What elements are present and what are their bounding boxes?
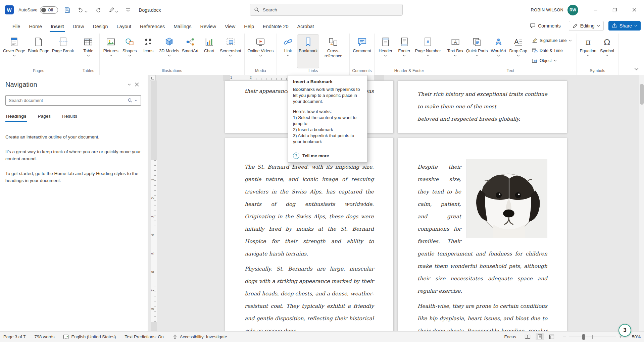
print-layout-button[interactable] bbox=[536, 333, 544, 340]
zoom-out-icon[interactable] bbox=[563, 335, 566, 339]
tab-draw[interactable]: Draw bbox=[68, 21, 89, 33]
redo-button[interactable] bbox=[94, 6, 103, 14]
chevron-down-icon bbox=[115, 11, 118, 13]
cover-page-button[interactable]: Cover Page bbox=[2, 35, 27, 68]
zoom-slider[interactable] bbox=[569, 337, 616, 337]
search-input[interactable]: Search bbox=[250, 4, 403, 16]
share-icon bbox=[612, 23, 617, 28]
tab-references[interactable]: References bbox=[136, 21, 169, 33]
accessibility-status[interactable]: Accessibility: Investigate bbox=[172, 334, 227, 339]
tab-home[interactable]: Home bbox=[24, 21, 46, 33]
chevron-down-icon bbox=[569, 40, 572, 42]
comment-button[interactable]: Comment bbox=[351, 35, 372, 68]
tab-review[interactable]: Review bbox=[196, 21, 220, 33]
vertical-scrollbar[interactable] bbox=[639, 75, 644, 331]
close-pane-button[interactable] bbox=[133, 80, 141, 89]
shapes-button[interactable]: Shapes bbox=[120, 35, 139, 68]
document-canvas[interactable]: 1 2 1 2 3 4 5 6 7 8 their appearance, th… bbox=[148, 75, 644, 331]
pane-options-button[interactable] bbox=[126, 81, 133, 88]
comments-button[interactable]: Comments bbox=[527, 21, 564, 31]
screenshot-button[interactable]: Screenshot bbox=[218, 35, 242, 68]
page-indicator[interactable]: Page 3 of 7 bbox=[3, 334, 26, 339]
zoom-percentage[interactable]: 50% bbox=[629, 334, 641, 339]
tab-file[interactable]: File bbox=[8, 21, 24, 33]
bookmark-button[interactable]: Bookmark bbox=[297, 35, 319, 68]
undo-button[interactable] bbox=[76, 6, 89, 14]
page-break-button[interactable]: Page Break bbox=[51, 35, 75, 68]
group-header-footer: Header Footer # Page Number Header & Foo… bbox=[375, 34, 444, 75]
tab-layout[interactable]: Layout bbox=[112, 21, 136, 33]
tab-help[interactable]: Help bbox=[240, 21, 258, 33]
focus-mode-button[interactable]: Focus bbox=[504, 334, 516, 339]
wordart-button[interactable]: A WordArt bbox=[489, 35, 508, 68]
footer-button[interactable]: Footer bbox=[395, 35, 414, 68]
cross-reference-button[interactable]: Cross-reference bbox=[319, 35, 348, 68]
page-3[interactable]: The St. Bernard breed, with its imposing… bbox=[225, 138, 394, 331]
table-button[interactable]: Table bbox=[79, 35, 98, 68]
user-name[interactable]: ROBIN WILSON bbox=[531, 8, 563, 12]
wordart-icon: A bbox=[496, 37, 501, 47]
quick-parts-button[interactable]: Quick Parts bbox=[465, 35, 489, 68]
tab-insert[interactable]: Insert bbox=[46, 21, 68, 33]
pictures-button[interactable]: Pictures bbox=[101, 35, 120, 68]
page-4[interactable]: Despite their massive size, they tend to… bbox=[398, 138, 567, 331]
horizontal-ruler-fragment[interactable] bbox=[367, 75, 384, 81]
chevron-down-icon bbox=[287, 55, 290, 57]
symbol-button[interactable]: Ω Symbol bbox=[598, 35, 616, 68]
nav-tab-results[interactable]: Results bbox=[61, 114, 78, 122]
blank-page-button[interactable]: Blank Page bbox=[27, 35, 51, 68]
nav-tab-pages[interactable]: Pages bbox=[37, 114, 51, 122]
page-break-icon bbox=[58, 37, 68, 47]
previous-page-partial[interactable]: Their rich history and exceptional trait… bbox=[398, 80, 567, 133]
chart-button[interactable]: Chart bbox=[200, 35, 218, 68]
header-button[interactable]: Header bbox=[376, 35, 395, 68]
pen-tool-button[interactable] bbox=[107, 6, 119, 14]
tab-stop-selector[interactable] bbox=[150, 75, 156, 81]
close-button[interactable] bbox=[625, 0, 644, 20]
text-predictions[interactable]: Text Predictions: On bbox=[125, 334, 163, 339]
autosave-toggle[interactable]: Off bbox=[40, 6, 58, 14]
tab-mailings[interactable]: Mailings bbox=[169, 21, 196, 33]
tab-acrobat[interactable]: Acrobat bbox=[293, 21, 318, 33]
bookmark-tooltip: Insert a Bookmark Bookmarks work with hy… bbox=[288, 75, 367, 163]
read-mode-button[interactable] bbox=[523, 334, 532, 340]
restore-button[interactable] bbox=[605, 0, 625, 20]
customize-qat-button[interactable] bbox=[124, 6, 132, 14]
smartart-button[interactable]: SmartArt bbox=[181, 35, 200, 68]
page4-paragraph: Health-wise, they are prone to certain c… bbox=[417, 300, 547, 331]
navigation-title: Navigation bbox=[5, 81, 126, 89]
scrollbar-thumb[interactable] bbox=[640, 84, 644, 105]
tab-endnote[interactable]: EndNote 20 bbox=[258, 21, 293, 33]
link-button[interactable]: Link bbox=[279, 35, 297, 68]
document-title[interactable]: Dogs.docx bbox=[139, 7, 161, 13]
minimize-button[interactable] bbox=[586, 0, 605, 20]
tab-view[interactable]: View bbox=[220, 21, 240, 33]
save-button[interactable] bbox=[63, 6, 71, 14]
object-button[interactable]: Object bbox=[530, 57, 574, 65]
signature-line-button[interactable]: Signature Line bbox=[530, 37, 574, 45]
avatar[interactable]: RW bbox=[567, 5, 578, 15]
3d-models-button[interactable]: 3D Models bbox=[158, 35, 181, 68]
date-time-button[interactable]: Date & Time bbox=[530, 47, 574, 55]
equation-button[interactable]: π Equation bbox=[579, 35, 598, 68]
editing-mode-button[interactable]: Editing bbox=[569, 21, 604, 31]
proofing-status[interactable]: English (United States) bbox=[63, 334, 116, 339]
zoom-control[interactable] bbox=[563, 335, 622, 339]
word-logo[interactable]: W bbox=[5, 5, 14, 14]
page-number-button[interactable]: # Page Number bbox=[414, 35, 442, 68]
vertical-ruler[interactable]: 1 2 3 4 5 6 7 8 bbox=[151, 80, 157, 331]
tab-design[interactable]: Design bbox=[88, 21, 112, 33]
tell-me-more-link[interactable]: ? Tell me more bbox=[288, 149, 367, 162]
share-button[interactable]: Share bbox=[608, 21, 641, 31]
collapse-ribbon-button[interactable] bbox=[633, 66, 640, 72]
text-box-button[interactable]: A Text Box bbox=[446, 35, 465, 68]
nav-tab-headings[interactable]: Headings bbox=[5, 114, 27, 122]
document-search-input[interactable]: Search document bbox=[5, 95, 141, 106]
online-videos-button[interactable]: Online Videos bbox=[246, 35, 275, 68]
word-count[interactable]: 798 words bbox=[35, 334, 55, 339]
zoom-slider-thumb[interactable] bbox=[582, 334, 585, 340]
drop-cap-button[interactable]: A Drop Cap bbox=[508, 35, 529, 68]
tab-stop-icon bbox=[151, 76, 154, 79]
web-layout-button[interactable] bbox=[547, 333, 556, 340]
icons-button[interactable]: Icons bbox=[139, 35, 158, 68]
